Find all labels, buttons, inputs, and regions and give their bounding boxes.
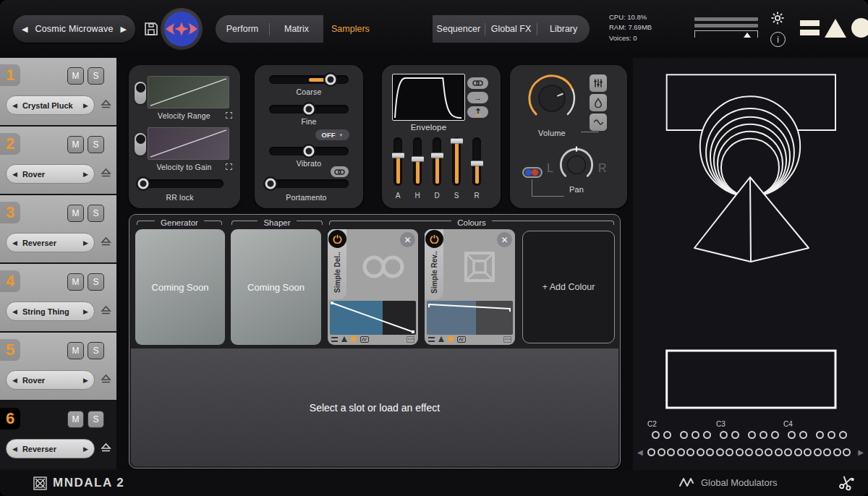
- fine-slider[interactable]: [269, 105, 349, 114]
- fine-handle[interactable]: [304, 104, 315, 115]
- key-dot[interactable]: [647, 448, 655, 456]
- tab-matrix[interactable]: Matrix: [270, 24, 323, 34]
- master-slider-handle[interactable]: [744, 33, 751, 38]
- tab-global-fx[interactable]: Global FX: [485, 24, 537, 34]
- key-dot[interactable]: [816, 431, 824, 439]
- rr-lock-handle[interactable]: [137, 179, 148, 189]
- solo-button[interactable]: S: [88, 67, 104, 85]
- shaper-slot-card[interactable]: Coming Soon: [231, 229, 321, 345]
- mute-button[interactable]: M: [67, 67, 84, 85]
- key-dot[interactable]: [748, 431, 756, 439]
- key-dot[interactable]: [827, 431, 835, 439]
- key-dot[interactable]: [686, 448, 694, 456]
- key-dot[interactable]: [667, 448, 675, 456]
- power-button[interactable]: [328, 230, 346, 248]
- key-dot[interactable]: [833, 448, 841, 456]
- eject-button[interactable]: [100, 373, 112, 385]
- active-dot-indicator[interactable]: [448, 336, 454, 342]
- key-dot[interactable]: [731, 431, 739, 439]
- slot-preset-selector[interactable]: ◀ String Thing ▶: [6, 302, 95, 321]
- drop-button[interactable]: [590, 94, 607, 111]
- slot-4[interactable]: 4 M S ◀ String Thing ▶: [0, 264, 116, 333]
- key-dot[interactable]: [843, 448, 851, 456]
- key-dot[interactable]: [716, 448, 724, 456]
- add-colour-button[interactable]: + Add Colour: [522, 231, 615, 343]
- key-dot[interactable]: [771, 431, 779, 439]
- grid-icon[interactable]: [407, 336, 414, 343]
- key-dot[interactable]: [677, 448, 685, 456]
- decay-slider[interactable]: [433, 137, 441, 186]
- key-dot[interactable]: [680, 431, 688, 439]
- solo-button[interactable]: S: [88, 411, 104, 428]
- active-dot-indicator[interactable]: [351, 336, 357, 342]
- pan-knob[interactable]: [559, 146, 594, 187]
- envelope-export-button[interactable]: [467, 106, 488, 118]
- preset-selector[interactable]: ◀ Cosmic Microwave ▶: [13, 15, 135, 43]
- solo-button[interactable]: S: [88, 273, 104, 291]
- key-dot[interactable]: [663, 431, 671, 439]
- pan-mode-toggle[interactable]: [522, 167, 542, 178]
- envelope-link-button[interactable]: [467, 77, 488, 89]
- prev-icon[interactable]: ◀: [12, 377, 17, 384]
- solo-button[interactable]: S: [88, 342, 104, 359]
- slot-preset-selector[interactable]: ◀ Rover ▶: [6, 164, 95, 184]
- rr-lock-slider[interactable]: [136, 179, 224, 188]
- attack-slider[interactable]: [393, 137, 402, 186]
- slot-preset-name[interactable]: Crystal Pluck: [17, 101, 83, 110]
- hold-slider[interactable]: [413, 137, 422, 186]
- release-handle[interactable]: [471, 161, 483, 167]
- slot-6[interactable]: 6 M S ◀ Reverser ▶: [0, 401, 116, 470]
- coarse-slider[interactable]: [269, 75, 349, 84]
- slot-preset-selector[interactable]: ◀ Reverser ▶: [6, 233, 95, 252]
- portamento-link-button[interactable]: [331, 166, 349, 177]
- generator-slot-card[interactable]: Coming Soon: [135, 229, 225, 345]
- slot-5[interactable]: 5 M S ◀ Rover ▶: [0, 333, 116, 401]
- mute-button[interactable]: M: [67, 411, 84, 428]
- preset-name[interactable]: Cosmic Microwave: [27, 24, 120, 34]
- preset-prev-icon[interactable]: ◀: [22, 25, 27, 34]
- faders-button[interactable]: [590, 74, 607, 92]
- velocity-gain-graph[interactable]: [148, 127, 229, 160]
- info-button[interactable]: i: [770, 32, 786, 47]
- prev-icon[interactable]: ◀: [12, 171, 17, 178]
- modulator-box-icon[interactable]: [457, 336, 466, 343]
- key-dot[interactable]: [755, 448, 763, 456]
- grid-icon[interactable]: [503, 336, 511, 343]
- mute-button[interactable]: M: [67, 273, 84, 291]
- modulator-box-icon[interactable]: [360, 336, 369, 343]
- key-dot[interactable]: [736, 448, 744, 456]
- mntra-eye-logo[interactable]: [161, 8, 203, 50]
- slot-3[interactable]: 3 M S ◀ Reverser ▶: [0, 195, 116, 264]
- eject-button[interactable]: [100, 442, 112, 453]
- key-dot[interactable]: [652, 431, 660, 439]
- keyboard-scroll-left[interactable]: ◀: [637, 448, 643, 456]
- menu-icon[interactable]: [331, 337, 338, 342]
- key-dot[interactable]: [692, 431, 699, 439]
- preset-next-icon[interactable]: ▶: [121, 25, 127, 34]
- portamento-slider[interactable]: [264, 179, 349, 188]
- slot-1[interactable]: 1 M S ◀ Crystal Pluck ▶: [0, 58, 116, 127]
- velocity-gain-toggle[interactable]: [135, 133, 146, 155]
- expand-icon[interactable]: [226, 112, 232, 119]
- colour-card-delay[interactable]: Simple Del.. ✕: [328, 229, 418, 345]
- slot-2[interactable]: 2 M S ◀ Rover ▶: [0, 127, 116, 195]
- global-modulators-button[interactable]: Global Modulators: [678, 476, 778, 488]
- next-icon[interactable]: ▶: [83, 239, 88, 247]
- next-icon[interactable]: ▶: [83, 377, 88, 384]
- eject-button[interactable]: [100, 167, 112, 179]
- mute-button[interactable]: M: [67, 205, 84, 222]
- colour-card-reverb[interactable]: Simple Rev.. ✕: [425, 229, 515, 345]
- keyboard-scroll-right[interactable]: ▶: [858, 448, 864, 456]
- key-dot[interactable]: [745, 448, 753, 456]
- next-icon[interactable]: ▶: [83, 445, 88, 453]
- slot-preset-name[interactable]: Rover: [17, 170, 83, 179]
- vibrato-mode-dropdown[interactable]: OFF ▼: [315, 129, 349, 140]
- keyswitch-cut-button[interactable]: [838, 474, 855, 492]
- prev-icon[interactable]: ◀: [12, 239, 17, 247]
- key-dot[interactable]: [814, 448, 822, 456]
- decay-handle[interactable]: [431, 152, 443, 158]
- slot-preset-name[interactable]: String Thing: [17, 307, 83, 316]
- eject-button[interactable]: [100, 304, 112, 316]
- power-button[interactable]: [425, 230, 443, 248]
- key-dot[interactable]: [697, 448, 705, 456]
